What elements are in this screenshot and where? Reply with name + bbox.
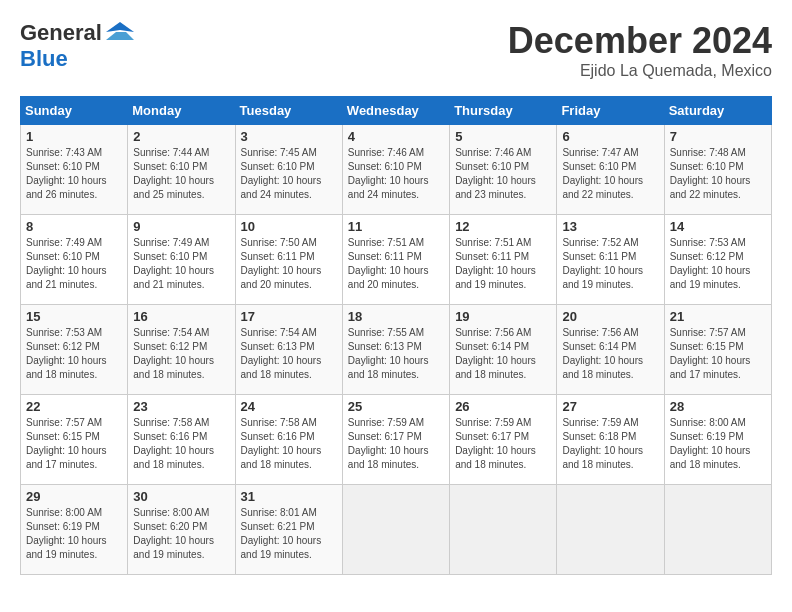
day-info: Sunrise: 7:50 AM Sunset: 6:11 PM Dayligh… — [241, 236, 337, 292]
title-section: December 2024 Ejido La Quemada, Mexico — [508, 20, 772, 80]
day-info: Sunrise: 7:51 AM Sunset: 6:11 PM Dayligh… — [455, 236, 551, 292]
day-number: 8 — [26, 219, 122, 234]
day-number: 18 — [348, 309, 444, 324]
table-row: 21 Sunrise: 7:57 AM Sunset: 6:15 PM Dayl… — [664, 305, 771, 395]
month-title: December 2024 — [508, 20, 772, 62]
table-row: 30 Sunrise: 8:00 AM Sunset: 6:20 PM Dayl… — [128, 485, 235, 575]
day-info: Sunrise: 7:57 AM Sunset: 6:15 PM Dayligh… — [26, 416, 122, 472]
day-info: Sunrise: 7:59 AM Sunset: 6:17 PM Dayligh… — [455, 416, 551, 472]
calendar-table: Sunday Monday Tuesday Wednesday Thursday… — [20, 96, 772, 575]
week-row-4: 22 Sunrise: 7:57 AM Sunset: 6:15 PM Dayl… — [21, 395, 772, 485]
day-number: 7 — [670, 129, 766, 144]
table-row: 23 Sunrise: 7:58 AM Sunset: 6:16 PM Dayl… — [128, 395, 235, 485]
day-info: Sunrise: 7:57 AM Sunset: 6:15 PM Dayligh… — [670, 326, 766, 382]
week-row-2: 8 Sunrise: 7:49 AM Sunset: 6:10 PM Dayli… — [21, 215, 772, 305]
day-info: Sunrise: 7:46 AM Sunset: 6:10 PM Dayligh… — [455, 146, 551, 202]
header-wednesday: Wednesday — [342, 97, 449, 125]
table-row: 17 Sunrise: 7:54 AM Sunset: 6:13 PM Dayl… — [235, 305, 342, 395]
day-info: Sunrise: 7:52 AM Sunset: 6:11 PM Dayligh… — [562, 236, 658, 292]
table-row: 3 Sunrise: 7:45 AM Sunset: 6:10 PM Dayli… — [235, 125, 342, 215]
page-header: General Blue December 2024 Ejido La Quem… — [20, 20, 772, 80]
table-row: 19 Sunrise: 7:56 AM Sunset: 6:14 PM Dayl… — [450, 305, 557, 395]
svg-marker-0 — [106, 22, 134, 32]
day-number: 29 — [26, 489, 122, 504]
table-row: 8 Sunrise: 7:49 AM Sunset: 6:10 PM Dayli… — [21, 215, 128, 305]
table-row — [664, 485, 771, 575]
day-info: Sunrise: 7:49 AM Sunset: 6:10 PM Dayligh… — [133, 236, 229, 292]
table-row: 26 Sunrise: 7:59 AM Sunset: 6:17 PM Dayl… — [450, 395, 557, 485]
day-info: Sunrise: 7:59 AM Sunset: 6:17 PM Dayligh… — [348, 416, 444, 472]
day-info: Sunrise: 8:00 AM Sunset: 6:19 PM Dayligh… — [26, 506, 122, 562]
table-row: 5 Sunrise: 7:46 AM Sunset: 6:10 PM Dayli… — [450, 125, 557, 215]
day-number: 5 — [455, 129, 551, 144]
logo: General Blue — [20, 20, 134, 72]
day-info: Sunrise: 8:00 AM Sunset: 6:20 PM Dayligh… — [133, 506, 229, 562]
table-row: 9 Sunrise: 7:49 AM Sunset: 6:10 PM Dayli… — [128, 215, 235, 305]
day-number: 12 — [455, 219, 551, 234]
day-info: Sunrise: 7:47 AM Sunset: 6:10 PM Dayligh… — [562, 146, 658, 202]
table-row: 6 Sunrise: 7:47 AM Sunset: 6:10 PM Dayli… — [557, 125, 664, 215]
day-number: 24 — [241, 399, 337, 414]
day-info: Sunrise: 7:56 AM Sunset: 6:14 PM Dayligh… — [455, 326, 551, 382]
day-number: 14 — [670, 219, 766, 234]
day-info: Sunrise: 8:01 AM Sunset: 6:21 PM Dayligh… — [241, 506, 337, 562]
day-info: Sunrise: 7:53 AM Sunset: 6:12 PM Dayligh… — [670, 236, 766, 292]
day-number: 31 — [241, 489, 337, 504]
table-row: 31 Sunrise: 8:01 AM Sunset: 6:21 PM Dayl… — [235, 485, 342, 575]
day-info: Sunrise: 8:00 AM Sunset: 6:19 PM Dayligh… — [670, 416, 766, 472]
day-number: 26 — [455, 399, 551, 414]
day-number: 28 — [670, 399, 766, 414]
day-number: 4 — [348, 129, 444, 144]
day-info: Sunrise: 7:43 AM Sunset: 6:10 PM Dayligh… — [26, 146, 122, 202]
table-row: 7 Sunrise: 7:48 AM Sunset: 6:10 PM Dayli… — [664, 125, 771, 215]
header-tuesday: Tuesday — [235, 97, 342, 125]
day-number: 30 — [133, 489, 229, 504]
day-info: Sunrise: 7:49 AM Sunset: 6:10 PM Dayligh… — [26, 236, 122, 292]
day-info: Sunrise: 7:46 AM Sunset: 6:10 PM Dayligh… — [348, 146, 444, 202]
calendar-header-row: Sunday Monday Tuesday Wednesday Thursday… — [21, 97, 772, 125]
day-number: 6 — [562, 129, 658, 144]
table-row: 18 Sunrise: 7:55 AM Sunset: 6:13 PM Dayl… — [342, 305, 449, 395]
day-number: 21 — [670, 309, 766, 324]
day-info: Sunrise: 7:51 AM Sunset: 6:11 PM Dayligh… — [348, 236, 444, 292]
day-number: 17 — [241, 309, 337, 324]
table-row: 11 Sunrise: 7:51 AM Sunset: 6:11 PM Dayl… — [342, 215, 449, 305]
day-info: Sunrise: 7:45 AM Sunset: 6:10 PM Dayligh… — [241, 146, 337, 202]
day-number: 27 — [562, 399, 658, 414]
day-info: Sunrise: 7:54 AM Sunset: 6:12 PM Dayligh… — [133, 326, 229, 382]
logo-general-text: General — [20, 20, 102, 46]
day-number: 13 — [562, 219, 658, 234]
day-number: 3 — [241, 129, 337, 144]
day-number: 25 — [348, 399, 444, 414]
day-info: Sunrise: 7:44 AM Sunset: 6:10 PM Dayligh… — [133, 146, 229, 202]
table-row — [557, 485, 664, 575]
header-thursday: Thursday — [450, 97, 557, 125]
table-row: 2 Sunrise: 7:44 AM Sunset: 6:10 PM Dayli… — [128, 125, 235, 215]
day-info: Sunrise: 7:55 AM Sunset: 6:13 PM Dayligh… — [348, 326, 444, 382]
table-row: 25 Sunrise: 7:59 AM Sunset: 6:17 PM Dayl… — [342, 395, 449, 485]
table-row: 14 Sunrise: 7:53 AM Sunset: 6:12 PM Dayl… — [664, 215, 771, 305]
svg-marker-1 — [106, 32, 134, 40]
header-monday: Monday — [128, 97, 235, 125]
day-number: 1 — [26, 129, 122, 144]
day-info: Sunrise: 7:56 AM Sunset: 6:14 PM Dayligh… — [562, 326, 658, 382]
day-number: 11 — [348, 219, 444, 234]
table-row: 1 Sunrise: 7:43 AM Sunset: 6:10 PM Dayli… — [21, 125, 128, 215]
header-friday: Friday — [557, 97, 664, 125]
week-row-1: 1 Sunrise: 7:43 AM Sunset: 6:10 PM Dayli… — [21, 125, 772, 215]
table-row: 4 Sunrise: 7:46 AM Sunset: 6:10 PM Dayli… — [342, 125, 449, 215]
day-number: 9 — [133, 219, 229, 234]
table-row: 27 Sunrise: 7:59 AM Sunset: 6:18 PM Dayl… — [557, 395, 664, 485]
table-row: 12 Sunrise: 7:51 AM Sunset: 6:11 PM Dayl… — [450, 215, 557, 305]
table-row: 10 Sunrise: 7:50 AM Sunset: 6:11 PM Dayl… — [235, 215, 342, 305]
day-info: Sunrise: 7:58 AM Sunset: 6:16 PM Dayligh… — [241, 416, 337, 472]
header-sunday: Sunday — [21, 97, 128, 125]
day-number: 2 — [133, 129, 229, 144]
table-row: 15 Sunrise: 7:53 AM Sunset: 6:12 PM Dayl… — [21, 305, 128, 395]
day-number: 15 — [26, 309, 122, 324]
day-info: Sunrise: 7:53 AM Sunset: 6:12 PM Dayligh… — [26, 326, 122, 382]
header-saturday: Saturday — [664, 97, 771, 125]
week-row-3: 15 Sunrise: 7:53 AM Sunset: 6:12 PM Dayl… — [21, 305, 772, 395]
table-row: 13 Sunrise: 7:52 AM Sunset: 6:11 PM Dayl… — [557, 215, 664, 305]
table-row: 29 Sunrise: 8:00 AM Sunset: 6:19 PM Dayl… — [21, 485, 128, 575]
